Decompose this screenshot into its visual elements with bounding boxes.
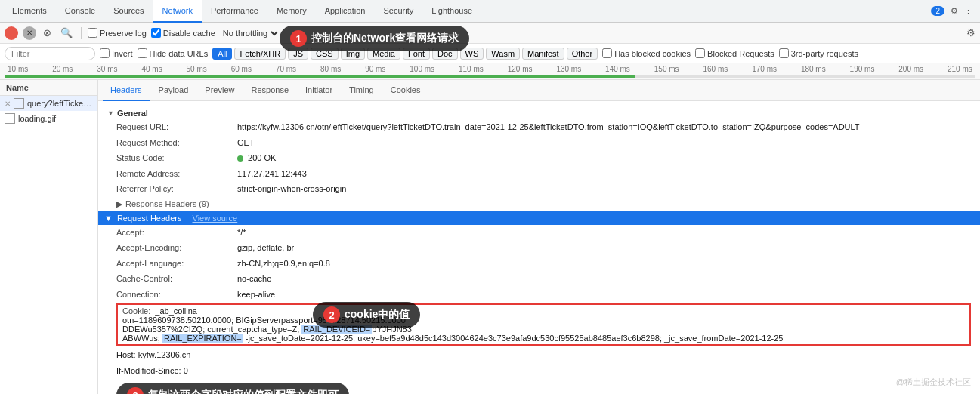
timeline-label: 50 ms (187, 65, 207, 73)
request-headers-label: Request Headers (117, 214, 182, 223)
tab-headers[interactable]: Headers (103, 80, 150, 101)
response-headers-section[interactable]: ▶ Response Headers (9) (107, 197, 971, 211)
timeline-label: 150 ms (654, 65, 679, 73)
status-row: Status Code: 200 OK (107, 150, 971, 166)
request-list-header: Name (0, 80, 97, 96)
tab-memory[interactable]: Memory (267, 0, 316, 23)
hide-data-urls-label: Hide data URLs (150, 49, 209, 58)
annotation-2-text: cookie中的值 (345, 308, 410, 322)
blocked-cookies-checkbox[interactable]: Has blocked cookies (602, 48, 691, 58)
tab-preview[interactable]: Preview (197, 80, 242, 101)
tab-elements[interactable]: Elements (3, 0, 56, 23)
preserve-log-input[interactable] (88, 28, 97, 38)
blocked-cookies-input[interactable] (602, 48, 612, 58)
disable-cache-checkbox[interactable]: Disable cache (151, 28, 215, 38)
third-party-input[interactable] (779, 48, 789, 58)
request-list: Name ✕ query?leftTicketDTO... loading.gi… (0, 80, 98, 394)
timeline-label: 110 ms (459, 65, 484, 73)
connection-row: Connection: keep-alive (107, 287, 971, 303)
annotation-2: 2 cookie中的值 (313, 302, 420, 328)
main-area: Name ✕ query?leftTicketDTO... loading.gi… (0, 80, 980, 394)
request-headers-toggle: ▼ (104, 214, 113, 223)
cookie-row-first-line: Cookie: _ab_collina- (122, 306, 965, 316)
tab-lighthouse[interactable]: Lighthouse (422, 0, 481, 23)
tab-console[interactable]: Console (56, 0, 104, 23)
cache-control-value: no-cache (237, 272, 271, 285)
tab-performance[interactable]: Performance (202, 0, 267, 23)
throttle-select[interactable]: No throttling (220, 28, 280, 38)
disable-cache-input[interactable] (151, 28, 161, 38)
type-wasm[interactable]: Wasm (486, 48, 520, 60)
cookie-row: Cookie: _ab_collina- otn=1189609738.5021… (116, 303, 971, 346)
status-value: 200 OK (237, 152, 276, 165)
type-all[interactable]: All (212, 48, 232, 60)
third-party-label: 3rd-party requests (791, 49, 858, 58)
cookie-line-1: otn=1189609738.50210.0000; BIGipServerpa… (122, 316, 965, 325)
tab-application[interactable]: Application (316, 0, 375, 23)
details-tabs: Headers Payload Preview Response Initiat… (98, 80, 980, 101)
method-label: Request Method: (116, 137, 237, 149)
tab-security[interactable]: Security (374, 0, 422, 23)
tab-cookies[interactable]: Cookies (383, 80, 428, 101)
request-item-1[interactable]: ✕ query?leftTicketDTO... (0, 96, 97, 111)
cookie-value-1: _ab_collina- (155, 306, 199, 316)
third-party-checkbox[interactable]: 3rd-party requests (779, 48, 858, 58)
toolbar-gear-icon[interactable]: ⚙ (966, 27, 975, 38)
annotation-3: 3 复制这两个字段对应的值到配置文件即可 (116, 383, 349, 394)
timeline-label: 90 ms (365, 65, 385, 73)
search-icon[interactable]: 🔍 (58, 27, 75, 38)
tab-response[interactable]: Response (243, 80, 296, 101)
more-icon[interactable]: ⋮ (964, 6, 972, 16)
request-item-2[interactable]: loading.gif (0, 111, 97, 126)
general-section-header[interactable]: ▼ General (107, 106, 971, 119)
request-url-value: https://kyfw.12306.cn/otn/leftTicket/que… (237, 121, 860, 134)
type-other[interactable]: Other (567, 48, 598, 60)
close-icon-1[interactable]: ✕ (5, 100, 11, 108)
blocked-requests-label: Blocked Requests (707, 49, 774, 58)
details-content: ▼ General Request URL: https://kyfw.1230… (98, 101, 980, 394)
view-source-link[interactable]: View source (193, 214, 238, 223)
gear-icon[interactable]: ⚙ (951, 6, 958, 16)
request-name-2: loading.gif (18, 114, 93, 123)
clear-button[interactable]: ✕ (23, 26, 36, 40)
method-row: Request Method: GET (107, 135, 971, 151)
accept-language-row: Accept-Language: zh-CN,zh;q=0.9,en;q=0.8 (107, 256, 971, 272)
blocked-requests-checkbox[interactable]: Blocked Requests (695, 48, 774, 58)
request-icon-2 (5, 113, 15, 124)
rail-expiration-highlight: RAIL_EXPIRATION= (162, 334, 243, 343)
timeline-label: 60 ms (231, 65, 252, 73)
timeline-label: 190 ms (850, 65, 875, 73)
response-headers-label: Response Headers (9) (125, 199, 209, 208)
type-fetch-xhr[interactable]: Fetch/XHR (234, 48, 286, 60)
preserve-log-checkbox[interactable]: Preserve log (88, 28, 147, 38)
tab-network[interactable]: Network (153, 0, 202, 23)
filter-input[interactable] (5, 47, 95, 60)
accept-encoding-row: Accept-Encoding: gzip, deflate, br (107, 240, 971, 256)
request-headers-section-header[interactable]: ▼ Request Headers View source (98, 211, 980, 225)
filter-icon[interactable]: ⊗ (41, 27, 54, 38)
referrer-row: Referrer Policy: strict-origin-when-cros… (107, 181, 971, 197)
referrer-label: Referrer Policy: (116, 183, 237, 195)
annotation-2-circle: 2 (323, 306, 340, 323)
record-button[interactable] (5, 26, 18, 40)
details-panel: Headers Payload Preview Response Initiat… (98, 80, 980, 394)
timeline-label: 70 ms (276, 65, 296, 73)
accept-language-value: zh-CN,zh;q=0.9,en;q=0.8 (237, 257, 330, 270)
timeline-bar-fill (5, 75, 635, 78)
timeline-label: 80 ms (320, 65, 341, 73)
cache-control-label: Cache-Control: (116, 272, 237, 285)
tab-payload[interactable]: Payload (151, 80, 196, 101)
type-manifest[interactable]: Manifest (522, 48, 564, 60)
tab-initiator[interactable]: Initiator (298, 80, 340, 101)
divider-1 (81, 27, 82, 39)
invert-checkbox[interactable]: Invert (100, 48, 133, 58)
connection-label: Connection: (116, 288, 237, 301)
hide-data-urls-input[interactable] (138, 48, 147, 58)
referrer-value: strict-origin-when-cross-origin (237, 183, 346, 195)
tab-timing[interactable]: Timing (342, 80, 382, 101)
blocked-requests-input[interactable] (695, 48, 705, 58)
status-text: 200 OK (248, 153, 276, 162)
invert-input[interactable] (100, 48, 110, 58)
hide-data-urls-checkbox[interactable]: Hide data URLs (138, 48, 209, 58)
tab-sources[interactable]: Sources (104, 0, 153, 23)
